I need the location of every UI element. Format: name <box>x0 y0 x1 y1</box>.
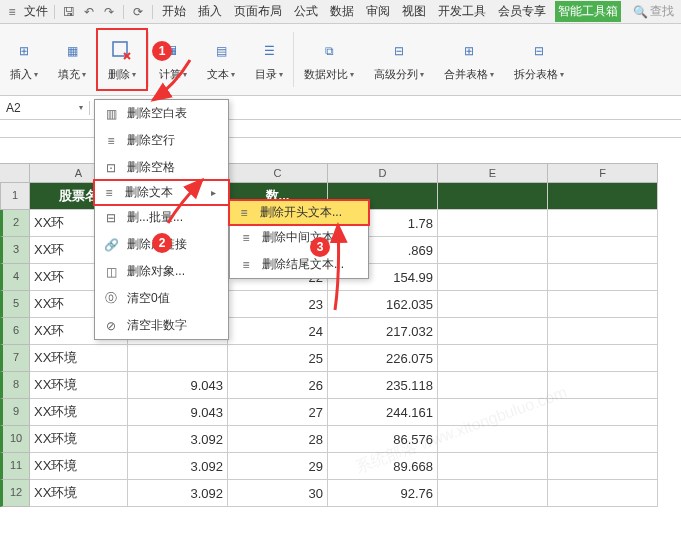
ribbon-text[interactable]: ▤ 文本▾ <box>197 28 245 91</box>
cell[interactable] <box>438 291 548 318</box>
ribbon-fill[interactable]: ▦ 填充▾ <box>48 28 96 91</box>
tab-view[interactable]: 视图 <box>399 1 429 22</box>
redo-icon[interactable]: ↷ <box>101 4 117 20</box>
header-cell[interactable] <box>438 183 548 210</box>
ribbon-fill-label: 填充 <box>58 67 80 82</box>
cell[interactable] <box>438 372 548 399</box>
cell[interactable]: 3.092 <box>128 453 228 480</box>
dd-clear-nonnum[interactable]: ⊘清空非数字 <box>95 312 228 339</box>
tab-dev[interactable]: 开发工具 <box>435 1 489 22</box>
row-header[interactable]: 11 <box>0 453 30 480</box>
ribbon-compare[interactable]: ⧉ 数据对比▾ <box>294 28 364 91</box>
row-header[interactable]: 7 <box>0 345 30 372</box>
save-icon[interactable]: 🖫 <box>61 4 77 20</box>
tab-formula[interactable]: 公式 <box>291 1 321 22</box>
cell[interactable]: 92.76 <box>328 480 438 507</box>
cell[interactable]: XX环境 <box>30 399 128 426</box>
cell[interactable]: 226.075 <box>328 345 438 372</box>
cell[interactable]: XX环境 <box>30 453 128 480</box>
cell[interactable] <box>438 345 548 372</box>
tab-member[interactable]: 会员专享 <box>495 1 549 22</box>
cell[interactable]: 3.092 <box>128 426 228 453</box>
tab-layout[interactable]: 页面布局 <box>231 1 285 22</box>
ribbon-split[interactable]: ⊟ 拆分表格▾ <box>504 28 574 91</box>
cell[interactable] <box>548 264 658 291</box>
tab-review[interactable]: 审阅 <box>363 1 393 22</box>
cell[interactable]: 30 <box>228 480 328 507</box>
row-header[interactable]: 6 <box>0 318 30 345</box>
cell[interactable]: 244.161 <box>328 399 438 426</box>
cell[interactable]: XX环境 <box>30 345 128 372</box>
cell[interactable] <box>438 426 548 453</box>
cell[interactable] <box>128 345 228 372</box>
cell[interactable] <box>438 453 548 480</box>
dd-blank-row[interactable]: ≡删除空行 <box>95 127 228 154</box>
refresh-icon[interactable]: ⟳ <box>130 4 146 20</box>
col-header-D[interactable]: D <box>328 163 438 183</box>
cell[interactable] <box>548 210 658 237</box>
row-header[interactable]: 9 <box>0 399 30 426</box>
cell[interactable] <box>548 426 658 453</box>
tab-home[interactable]: 开始 <box>159 1 189 22</box>
cell[interactable]: XX环境 <box>30 372 128 399</box>
cell[interactable] <box>548 318 658 345</box>
cell[interactable] <box>548 399 658 426</box>
cell[interactable]: 3.092 <box>128 480 228 507</box>
col-header-F[interactable]: F <box>548 163 658 183</box>
cell[interactable]: 89.668 <box>328 453 438 480</box>
cell[interactable]: 23 <box>228 291 328 318</box>
file-menu[interactable]: 文件 <box>24 3 48 20</box>
cell[interactable] <box>548 372 658 399</box>
ribbon-advsplit[interactable]: ⊟ 高级分列▾ <box>364 28 434 91</box>
cell[interactable] <box>438 318 548 345</box>
select-all-corner[interactable] <box>0 163 30 183</box>
cell[interactable]: 9.043 <box>128 399 228 426</box>
header-cell[interactable] <box>548 183 658 210</box>
row-header[interactable]: 4 <box>0 264 30 291</box>
cell[interactable]: XX环境 <box>30 480 128 507</box>
row-header[interactable]: 10 <box>0 426 30 453</box>
col-header-E[interactable]: E <box>438 163 548 183</box>
search-hint[interactable]: 🔍 查找 <box>633 3 674 20</box>
tab-insert[interactable]: 插入 <box>195 1 225 22</box>
cell[interactable] <box>438 264 548 291</box>
ribbon-toc[interactable]: ☰ 目录▾ <box>245 28 293 91</box>
cell[interactable] <box>438 399 548 426</box>
cell[interactable]: 86.576 <box>328 426 438 453</box>
cell[interactable]: 28 <box>228 426 328 453</box>
cell[interactable]: XX环境 <box>30 426 128 453</box>
ribbon-merge[interactable]: ⊞ 合并表格▾ <box>434 28 504 91</box>
cell[interactable] <box>438 480 548 507</box>
row-header[interactable]: 1 <box>0 183 30 210</box>
cell[interactable] <box>548 291 658 318</box>
cell[interactable] <box>438 237 548 264</box>
row-header[interactable]: 5 <box>0 291 30 318</box>
cell[interactable] <box>548 453 658 480</box>
cell[interactable] <box>548 345 658 372</box>
ribbon-delete[interactable]: 删除▾ <box>96 28 148 91</box>
cell[interactable]: 27 <box>228 399 328 426</box>
ribbon-insert[interactable]: ⊞ 插入▾ <box>0 28 48 91</box>
row-header[interactable]: 3 <box>0 237 30 264</box>
name-box[interactable]: A2▾ <box>0 101 90 115</box>
cell[interactable] <box>548 480 658 507</box>
row-header[interactable]: 12 <box>0 480 30 507</box>
cell[interactable]: 9.043 <box>128 372 228 399</box>
dd-object[interactable]: ◫删除对象... <box>95 258 228 285</box>
col-header-C[interactable]: C <box>228 163 328 183</box>
cell[interactable]: 25 <box>228 345 328 372</box>
hamburger-icon[interactable]: ≡ <box>4 4 20 20</box>
cell[interactable]: 235.118 <box>328 372 438 399</box>
undo-icon[interactable]: ↶ <box>81 4 97 20</box>
cell[interactable]: 29 <box>228 453 328 480</box>
row-header[interactable]: 2 <box>0 210 30 237</box>
dd-clear-zero[interactable]: ⓪清空0值 <box>95 285 228 312</box>
cell[interactable] <box>438 210 548 237</box>
cell[interactable]: 217.032 <box>328 318 438 345</box>
cell[interactable]: 26 <box>228 372 328 399</box>
tab-data[interactable]: 数据 <box>327 1 357 22</box>
cell[interactable]: 24 <box>228 318 328 345</box>
cell[interactable] <box>548 237 658 264</box>
row-header[interactable]: 8 <box>0 372 30 399</box>
tab-smart-toolbox[interactable]: 智能工具箱 <box>555 1 621 22</box>
